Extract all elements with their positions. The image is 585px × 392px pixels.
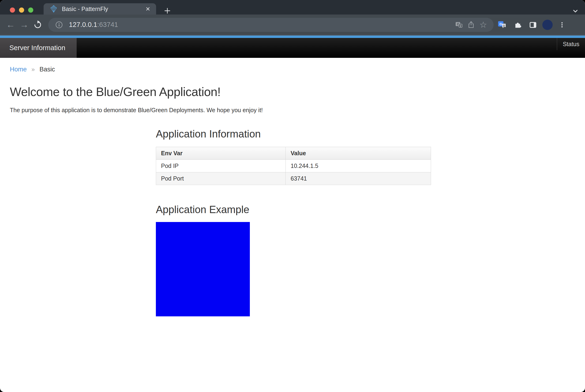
cell-pod-ip-value: 10.244.1.5 xyxy=(286,160,431,172)
window-minimize-button[interactable] xyxy=(19,8,24,13)
accent-bar xyxy=(0,36,585,38)
table-header-env-var: Env Var xyxy=(156,147,286,160)
bookmark-star-icon[interactable]: ☆ xyxy=(477,19,489,31)
breadcrumb-home-link[interactable]: Home xyxy=(10,66,27,73)
window-close-button[interactable] xyxy=(10,8,15,13)
env-var-table: Env Var Value Pod IP 10.244.1.5 Pod Port… xyxy=(156,147,431,185)
url-host: 127.0.0.1 xyxy=(69,21,97,28)
tab-title: Basic - PatternFly xyxy=(62,6,144,12)
breadcrumb-separator: » xyxy=(32,66,35,73)
forward-button[interactable]: → xyxy=(17,18,31,32)
status-label: Status xyxy=(563,41,579,47)
translate-extension-icon[interactable]: G xyxy=(496,19,508,31)
application-information-section: Application Information Env Var Value Po… xyxy=(156,128,585,185)
profile-avatar[interactable] xyxy=(542,20,553,30)
menu-kebab-icon[interactable] xyxy=(556,19,568,31)
window-fullscreen-button[interactable] xyxy=(28,8,33,13)
side-panel-icon[interactable] xyxy=(527,19,539,31)
page-content: Home » Basic Welcome to the Blue/Green A… xyxy=(0,58,585,369)
window-controls xyxy=(10,8,33,13)
toolbar-extensions-area: G xyxy=(496,19,568,31)
cell-pod-port-value: 63741 xyxy=(286,172,431,185)
browser-tab-active[interactable]: Basic - PatternFly xyxy=(44,3,156,14)
table-header-row: Env Var Value xyxy=(156,147,431,160)
masthead: Server Information Status xyxy=(0,38,585,58)
new-tab-button[interactable] xyxy=(163,6,172,16)
site-info-icon[interactable] xyxy=(53,19,65,31)
nav-item-status[interactable]: Status xyxy=(557,38,585,50)
cell-pod-ip-label: Pod IP xyxy=(156,160,286,172)
application-example-section: Application Example xyxy=(156,204,585,316)
application-example-title: Application Example xyxy=(156,204,585,216)
brand-label: Server Information xyxy=(9,44,65,52)
back-button[interactable]: ← xyxy=(4,18,17,32)
deployment-color-square xyxy=(156,222,250,316)
patternfly-favicon-icon xyxy=(50,5,58,13)
extensions-puzzle-icon[interactable] xyxy=(511,19,524,31)
translate-page-icon[interactable]: G xyxy=(453,19,465,31)
share-icon[interactable] xyxy=(465,19,477,31)
nav-item-server-information[interactable]: Server Information xyxy=(0,38,77,58)
application-information-title: Application Information xyxy=(156,128,585,140)
browser-toolbar: ← → 127.0.0.1:63741 G xyxy=(0,14,585,36)
intro-text: The purpose of this application is to de… xyxy=(10,107,575,114)
table-row-pod-ip: Pod IP 10.244.1.5 xyxy=(156,160,431,172)
svg-text:G: G xyxy=(499,22,502,26)
tab-close-icon[interactable] xyxy=(144,5,152,13)
table-row-pod-port: Pod Port 63741 xyxy=(156,172,431,185)
browser-window: Basic - PatternFly ← → xyxy=(0,0,585,392)
page-title: Welcome to the Blue/Green Application! xyxy=(10,85,575,99)
reload-button[interactable] xyxy=(31,18,45,32)
breadcrumb-current: Basic xyxy=(40,66,55,73)
url-port: :63741 xyxy=(97,21,118,28)
table-header-value: Value xyxy=(286,147,431,160)
address-bar[interactable]: 127.0.0.1:63741 G xyxy=(48,18,494,32)
tab-search-chevron-icon[interactable] xyxy=(571,7,580,15)
tab-strip: Basic - PatternFly xyxy=(0,0,585,14)
breadcrumb: Home » Basic xyxy=(0,58,585,73)
cell-pod-port-label: Pod Port xyxy=(156,172,286,185)
url-text: 127.0.0.1:63741 xyxy=(69,21,453,28)
